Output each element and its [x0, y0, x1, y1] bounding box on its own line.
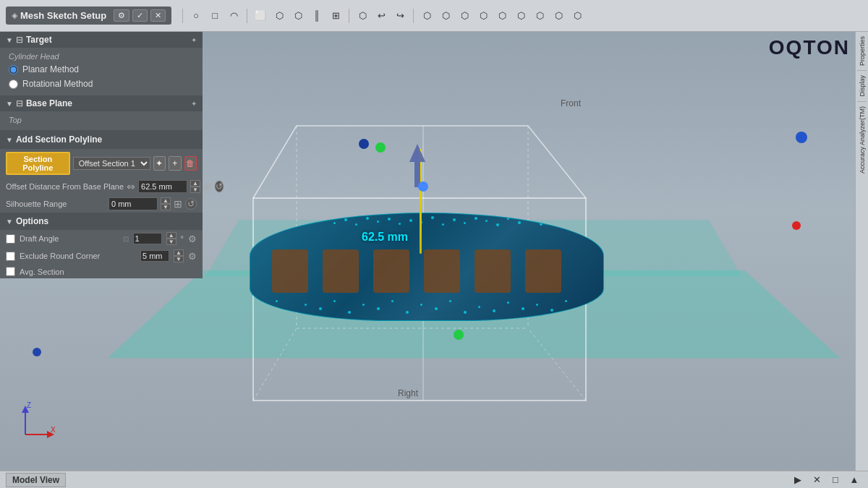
engine-port-6	[525, 249, 561, 293]
toolbar-icon-6[interactable]: ⬡	[290, 8, 306, 24]
options-section-header[interactable]: ▼ Options	[0, 213, 203, 230]
measurement-line	[420, 149, 422, 254]
draft-options-icon[interactable]: ⚙	[188, 234, 197, 244]
bottom-arrow-icon[interactable]: ▲	[846, 472, 862, 488]
measurement-label: 62.5 mm	[362, 231, 408, 244]
reset-icon[interactable]: ↺	[215, 181, 224, 192]
toolbar-icon-13[interactable]: ⬡	[438, 8, 454, 24]
toolbar-icon-4[interactable]: ⬜	[252, 8, 268, 24]
toolbar-icon-9[interactable]: ⬡	[354, 8, 370, 24]
control-dot-green-bottom[interactable]	[454, 330, 464, 340]
toolbar-icon-10[interactable]: ↩	[373, 8, 389, 24]
control-dot-red[interactable]	[792, 221, 801, 230]
offset-distance-down[interactable]: ▼	[190, 187, 200, 193]
offset-distance-up[interactable]: ▲	[190, 180, 200, 187]
base-plane-section-header[interactable]: ▼ ⊟ Base Plane ✦	[0, 95, 203, 111]
control-dot-navy[interactable]	[359, 139, 369, 149]
draft-angle-row: Draft Angle ⊡ ▲ ▼ ° ⚙	[0, 230, 203, 247]
offset-arrows-icon: ⇔	[127, 181, 135, 192]
exclude-up[interactable]: ▲	[174, 249, 184, 256]
target-section-header[interactable]: ▼ ⊟ Target ✦	[0, 32, 203, 48]
toolbar-icon-20[interactable]: ⬡	[569, 8, 585, 24]
options-content: Draft Angle ⊡ ▲ ▼ ° ⚙ Exclude Round Corn…	[0, 230, 203, 278]
base-plane-title: Base Plane	[26, 98, 72, 108]
target-name: Cylinder Head	[9, 51, 194, 62]
draft-angle-label: Draft Angle	[20, 234, 59, 243]
toolbar-icon-8[interactable]: ⊞	[328, 8, 344, 24]
section-polyline-button[interactable]: Section Polyline	[6, 152, 70, 175]
rotational-method-label: Rotational Method	[22, 79, 93, 89]
toolbar-icon-15[interactable]: ⬡	[475, 8, 491, 24]
control-dot-small-blue-bottom[interactable]	[33, 348, 41, 356]
toolbar-icon-12[interactable]: ⬡	[419, 8, 435, 24]
toolbar-icon-18[interactable]: ⬡	[532, 8, 548, 24]
toolbar-icon-19[interactable]: ⬡	[550, 8, 566, 24]
toolbar-icon-11[interactable]: ↪	[392, 8, 408, 24]
toolbar-icon-16[interactable]: ⬡	[494, 8, 510, 24]
rotational-method-row: Rotational Method	[9, 77, 194, 91]
properties-tab[interactable]: Properties	[857, 35, 867, 67]
exclude-round-corner-row: Exclude Round Corner ▲ ▼ ⚙	[0, 247, 203, 265]
base-plane-content: Top	[0, 111, 203, 130]
svg-text:Z: Z	[27, 402, 31, 409]
exclude-options-icon[interactable]: ⚙	[188, 251, 197, 262]
planar-method-label: Planar Method	[22, 64, 79, 74]
offset-distance-stepper: ▲ ▼	[190, 180, 200, 193]
target-star-icon: ✦	[191, 36, 197, 44]
silhouette-reset-icon[interactable]: ↺	[185, 198, 197, 210]
planar-method-radio[interactable]	[9, 65, 18, 74]
settings-small-icon[interactable]: ✦	[153, 156, 166, 171]
exclude-corner-input[interactable]	[140, 250, 169, 262]
add-section-header[interactable]: ▼ Add Section Polyline	[0, 130, 203, 149]
add-icon[interactable]: +	[169, 156, 181, 171]
avg-section-checkbox[interactable]	[6, 267, 15, 276]
exclude-down[interactable]: ▼	[174, 256, 184, 262]
svg-text:X: X	[51, 426, 56, 434]
draft-up[interactable]: ▲	[166, 232, 176, 239]
silhouette-link-icon[interactable]: ⊞	[174, 198, 182, 210]
silhouette-range-input[interactable]	[109, 197, 158, 210]
planar-method-row: Planar Method	[9, 62, 194, 77]
bottom-square-icon[interactable]: □	[827, 472, 843, 488]
draft-angle-checkbox[interactable]	[6, 234, 15, 244]
silhouette-down[interactable]: ▼	[161, 204, 171, 210]
control-dot-green-top[interactable]	[375, 142, 386, 153]
panel-header-inline: ◈ Mesh Sketch Setup ⚙ ✓ ✕	[6, 7, 171, 25]
offset-distance-label: Offset Distance From Base Plane	[6, 182, 124, 191]
accuracy-analyzer-tab[interactable]: Accuracy Analyzer(TM)	[857, 105, 867, 175]
link-icon[interactable]: ⊞	[203, 181, 212, 192]
cancel-button[interactable]: ✕	[150, 9, 166, 22]
mesh-object	[250, 213, 604, 321]
model-view-tab[interactable]: Model View	[6, 473, 66, 487]
confirm-button[interactable]: ✓	[132, 9, 148, 22]
toolbar-icon-14[interactable]: ⬡	[456, 8, 472, 24]
panel-title: Mesh Sketch Setup	[20, 10, 106, 21]
target-toggle-icon: ▼	[6, 36, 13, 44]
offset-section-select[interactable]: Offset Section 1	[73, 157, 150, 170]
exclude-round-corner-checkbox[interactable]	[6, 252, 15, 261]
draft-angle-input[interactable]	[133, 233, 162, 244]
rotational-method-radio[interactable]	[9, 80, 18, 89]
toolbar-icon-7[interactable]: ║	[309, 8, 325, 24]
engine-port-5	[475, 249, 511, 293]
display-tab[interactable]: Display	[857, 74, 867, 98]
control-dot-big-blue[interactable]	[796, 132, 807, 143]
base-plane-value: Top	[9, 114, 194, 126]
toolbar-icon-5[interactable]: ⬡	[271, 8, 287, 24]
delete-icon[interactable]: 🗑	[184, 156, 197, 171]
exclude-stepper: ▲ ▼	[174, 249, 184, 262]
left-panel: ▼ ⊟ Target ✦ Cylinder Head Planar Method…	[0, 32, 203, 278]
control-dot-blue-arrow[interactable]	[418, 181, 428, 192]
toolbar-icon-1[interactable]: ○	[188, 8, 204, 24]
offset-distance-input[interactable]	[138, 180, 187, 193]
settings-button[interactable]: ⚙	[114, 9, 129, 22]
toolbar-icon-2[interactable]: □	[207, 8, 223, 24]
toolbar-icon-17[interactable]: ⬡	[513, 8, 529, 24]
draft-down[interactable]: ▼	[166, 239, 176, 245]
right-label: Right	[398, 388, 418, 398]
bottom-play-icon[interactable]: ▶	[790, 472, 806, 488]
toolbar-icon-3[interactable]: ◠	[226, 8, 242, 24]
silhouette-stepper: ▲ ▼	[161, 197, 171, 210]
bottom-close-icon[interactable]: ✕	[809, 472, 825, 488]
silhouette-up[interactable]: ▲	[161, 197, 171, 204]
